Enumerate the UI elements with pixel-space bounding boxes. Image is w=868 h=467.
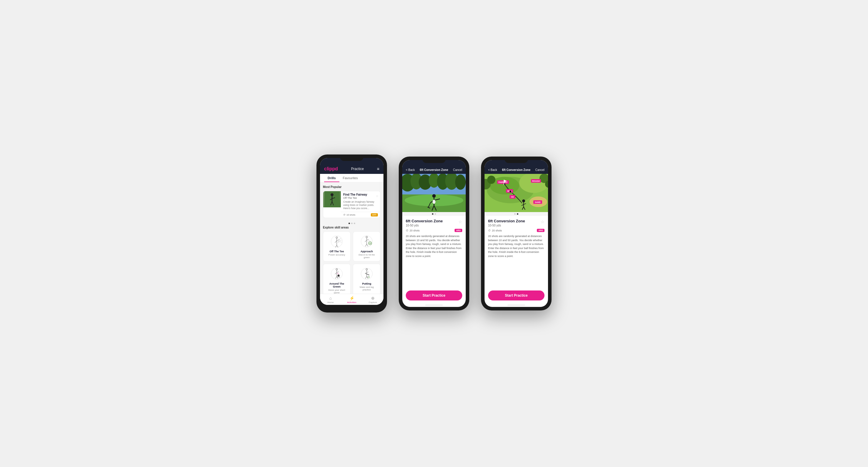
start-practice-button-2[interactable]: Start Practice: [406, 291, 462, 300]
drill-thumbnail: [323, 191, 341, 207]
svg-point-42: [367, 277, 368, 277]
tab-drills[interactable]: Drills: [324, 174, 339, 182]
star-icon-3[interactable]: ☆: [541, 220, 545, 224]
nav-home[interactable]: ⌂ Home: [320, 296, 341, 304]
svg-point-1: [331, 193, 334, 196]
cancel-button-3[interactable]: Cancel: [535, 168, 545, 171]
drill-description-2: 20 shots are randomly generated at dista…: [406, 234, 462, 258]
svg-line-40: [366, 273, 369, 275]
drill-info: Find The Fairway Off The Tee Create an i…: [341, 191, 380, 212]
skill-name-approach: Approach: [361, 250, 373, 253]
phone-notch-1: [340, 155, 364, 161]
skill-name-atg: Around The Green: [326, 282, 348, 288]
dot-1: [348, 223, 350, 224]
home-bar-2: [425, 305, 443, 306]
shots-info-2: ⏱ 20 shots: [406, 229, 420, 232]
dot-2: [351, 223, 352, 224]
svg-line-18: [367, 239, 369, 240]
svg-point-24: [336, 269, 337, 270]
back-button-3[interactable]: < Back: [488, 168, 497, 171]
skill-card-putting[interactable]: Putting Make and lag practice: [353, 264, 380, 294]
dot-2-2: [435, 213, 436, 215]
tabs-bar: Drills Favourites: [320, 174, 383, 182]
star-icon[interactable]: ☆: [376, 194, 378, 198]
nav-activities-label: Activities: [347, 301, 356, 304]
svg-line-28: [336, 276, 337, 279]
svg-line-36: [365, 273, 367, 274]
drill-range-3: 10-50 yds: [488, 224, 525, 227]
svg-point-53: [432, 194, 436, 198]
cancel-button-2[interactable]: Cancel: [453, 168, 462, 171]
shots-info-3: ⏱ 20 shots: [488, 229, 502, 232]
detail-content-2: 6ft Conversion Zone 10-50 yds ☆ ⏱ 20 sho…: [402, 216, 466, 288]
home-icon: ⌂: [330, 296, 332, 300]
back-button-2[interactable]: < Back: [406, 168, 415, 171]
svg-line-19: [366, 244, 367, 246]
skill-name-putting: Putting: [362, 282, 371, 285]
putting-icon: [360, 267, 373, 280]
svg-point-15: [366, 236, 367, 238]
golf-photo-2: [402, 174, 466, 212]
shots-row-3: ⏱ 20 shots ARG: [488, 229, 545, 232]
phone-notch-3: [504, 157, 528, 163]
drill-footer: ⏱ 10 shots OTT: [341, 212, 380, 218]
svg-point-61: [433, 200, 435, 204]
svg-point-68: [487, 176, 495, 184]
capture-icon: ⊕: [371, 296, 375, 300]
skill-desc-ott: Power accuracy: [329, 254, 345, 256]
skill-card-ott[interactable]: Off The Tee Power accuracy: [323, 231, 350, 261]
svg-point-71: [522, 199, 525, 202]
header-title: Practice: [351, 167, 364, 171]
star-icon-2[interactable]: ☆: [458, 220, 462, 224]
putting-icon-area: [360, 266, 374, 281]
tag-ott: OTT: [371, 213, 378, 216]
carousel-dots: [323, 221, 380, 226]
svg-point-30: [338, 275, 340, 277]
start-practice-button-3[interactable]: Start Practice: [488, 291, 545, 300]
phone-1: clippd Practice ≡ Drills Favourites Most…: [316, 155, 387, 312]
svg-line-26: [335, 273, 337, 274]
home-bar-3: [507, 305, 525, 306]
drill-range-2: 10-50 yds: [406, 224, 443, 227]
skill-name-ott: Off The Tee: [330, 250, 344, 253]
svg-text:Hit: Hit: [511, 196, 514, 198]
phone-2: < Back 6ft Conversion Zone Cancel: [399, 157, 469, 310]
dot-3: [354, 223, 355, 224]
home-bar-1: [343, 307, 361, 308]
dot-3-1: [514, 213, 516, 215]
phone-3: < Back 6ft Conversion Zone Cancel: [481, 157, 552, 310]
skill-desc-approach: Dial-in to hit the green: [355, 254, 378, 259]
screen1-body: Most Popular: [320, 182, 383, 294]
tag-arg-3: ARG: [537, 229, 545, 232]
tag-arg-2: ARG: [455, 229, 462, 232]
skill-grid: Off The Tee Power accuracy: [323, 231, 380, 294]
svg-line-17: [365, 240, 367, 242]
atg-icon: [330, 267, 343, 280]
nav-capture[interactable]: ⊕ Capture: [362, 296, 383, 304]
clock-icon: ⏱: [343, 213, 346, 216]
svg-line-27: [337, 272, 339, 273]
skill-desc-atg: Hone your short game: [326, 289, 348, 294]
tab-favourites[interactable]: Favourites: [339, 174, 362, 182]
golf-map-3: FAIRWAY ROUGH Miss Hit SAND: [485, 174, 548, 212]
detail-title-3: 6ft Conversion Zone: [502, 168, 531, 171]
skill-desc-putting: Make and lag practice: [355, 286, 378, 291]
skill-card-approach[interactable]: Approach Dial-in to hit the green: [353, 231, 380, 261]
svg-line-38: [366, 276, 367, 279]
ott-icon: [330, 235, 343, 248]
drill-card-find-fairway[interactable]: Find The Fairway Off The Tee Create an i…: [323, 191, 380, 218]
approach-icon-area: [360, 234, 374, 249]
shots-label: ⏱ 10 shots: [343, 213, 355, 216]
svg-point-8: [336, 237, 337, 238]
drill-name: Find The Fairway: [343, 193, 378, 196]
atg-icon-area: [330, 266, 344, 281]
detail-content-3: 6ft Conversion Zone 10-50 yds ☆ ⏱ 20 sho…: [485, 216, 548, 288]
hamburger-icon[interactable]: ≡: [377, 167, 379, 171]
skill-card-atg[interactable]: Around The Green Hone your short game: [323, 264, 350, 294]
shots-row-2: ⏱ 20 shots ARG: [406, 229, 462, 232]
shots-count-2: 20 shots: [410, 229, 420, 232]
drill-desc: Create an imaginary fairway using trees …: [343, 200, 378, 210]
dot-3-2: [517, 213, 518, 215]
svg-text:SAND: SAND: [535, 201, 541, 203]
nav-activities[interactable]: ⚡ Activities: [341, 296, 362, 304]
